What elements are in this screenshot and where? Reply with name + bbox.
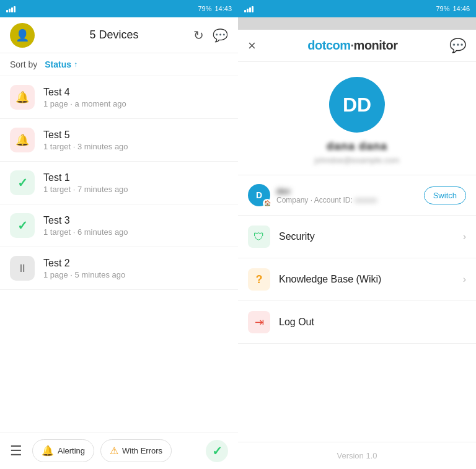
menu-list: 🛡 Security › ? Knowledge Base (Wiki) › ⇥… (238, 216, 476, 442)
bottom-bar: ☰ 🔔 Alerting ⚠ With Errors ✓ (0, 432, 238, 469)
device-name-test1: Test 1 (43, 172, 228, 183)
check-icon-2: ✓ (17, 218, 28, 233)
device-item-test2[interactable]: ⏸ Test 2 1 page · 5 minutes ago (0, 247, 238, 290)
menu-item-security[interactable]: 🛡 Security › (238, 216, 476, 258)
device-info-test2: Test 2 1 page · 5 minutes ago (43, 258, 228, 279)
right-header: × dotcom·monitor 💬 (238, 30, 476, 62)
device-item-test3[interactable]: ✓ Test 3 1 target · 6 minutes ago (0, 204, 238, 247)
refresh-button[interactable]: ↻ (193, 28, 204, 43)
device-item-test5[interactable]: 🔔 Test 5 1 target · 3 minutes ago (0, 119, 238, 162)
company-label: Company · Account ID: (276, 196, 353, 204)
security-icon: 🛡 (248, 226, 270, 248)
logout-icon: ⇥ (248, 311, 270, 333)
right-status-right: 79% 14:46 (436, 5, 470, 12)
sort-bar[interactable]: Sort by Status ↑ (0, 53, 238, 76)
account-row: D 🏠 dev Company · Account ID: ●●●●● Swit… (238, 175, 476, 216)
sort-by-label: Sort by (10, 59, 37, 69)
device-name-test2: Test 2 (43, 258, 228, 269)
bell-icon-2: 🔔 (15, 133, 29, 147)
device-list: 🔔 Test 4 1 page · a moment ago 🔔 Test 5 … (0, 76, 238, 432)
cursor-hand-icon: ☞ (30, 40, 41, 55)
device-name-test5: Test 5 (43, 129, 228, 141)
pause-icon: ⏸ (17, 262, 28, 275)
knowledge-base-chevron-icon: › (463, 274, 466, 285)
device-meta-test5: 1 target · 3 minutes ago (43, 142, 228, 151)
left-header: 👤 ☞ 5 Devices ↻ 💬 (0, 17, 238, 53)
profile-avatar: DD (329, 77, 385, 133)
sort-arrow-icon: ↑ (74, 60, 77, 69)
account-id: ●●●●● (355, 196, 377, 204)
profile-email: johndoe@example.com (315, 156, 400, 165)
with-errors-filter-button[interactable]: ⚠ With Errors (100, 439, 172, 462)
devices-title: 5 Devices (41, 28, 187, 42)
logout-label: Log Out (279, 317, 466, 328)
brand-dotcom: dotcom (307, 38, 350, 52)
warning-icon: ⚠ (110, 445, 118, 457)
device-info-test1: Test 1 1 target · 7 minutes ago (43, 172, 228, 194)
device-meta-test1: 1 target · 7 minutes ago (43, 185, 228, 194)
filter-button[interactable]: ☰ (10, 443, 22, 459)
version-text: Version 1.0 (337, 451, 377, 460)
right-battery: 79% (436, 5, 449, 12)
account-name: dev (276, 186, 418, 196)
left-status-icons (6, 5, 15, 12)
account-avatar: D 🏠 (248, 184, 270, 206)
left-battery: 79% (198, 5, 211, 12)
knowledge-base-label: Knowledge Base (Wiki) (279, 274, 454, 285)
security-label: Security (279, 231, 454, 242)
device-info-test4: Test 4 1 page · a moment ago (43, 87, 228, 108)
device-icon-test4: 🔔 (10, 85, 35, 110)
right-time: 14:46 (452, 5, 470, 12)
account-initial: D (256, 190, 262, 200)
brand-logo: dotcom·monitor (307, 38, 397, 53)
version-bar: Version 1.0 (238, 442, 476, 469)
menu-item-logout[interactable]: ⇥ Log Out (238, 301, 476, 344)
device-meta-test2: 1 page · 5 minutes ago (43, 270, 228, 279)
close-button[interactable]: × (248, 38, 256, 54)
device-item-test4[interactable]: 🔔 Test 4 1 page · a moment ago (0, 76, 238, 119)
device-icon-test5: 🔔 (10, 128, 35, 152)
check-filter-button[interactable]: ✓ (206, 440, 228, 462)
signal-icon (6, 5, 15, 12)
device-icon-test1: ✓ (10, 170, 35, 195)
left-status-right: 79% 14:43 (198, 5, 232, 12)
home-badge-icon: 🏠 (263, 199, 271, 208)
brand-monitor: monitor (354, 38, 398, 52)
device-info-test5: Test 5 1 target · 3 minutes ago (43, 129, 228, 151)
right-status-bar: 79% 14:46 (238, 0, 476, 17)
avatar-icon: 👤 (15, 28, 29, 42)
profile-name: dana dana (327, 140, 387, 153)
device-meta-test3: 1 target · 6 minutes ago (43, 227, 228, 237)
security-chevron-icon: › (463, 231, 466, 242)
account-company: Company · Account ID: ●●●●● (276, 196, 418, 204)
alerting-label: Alerting (58, 446, 85, 455)
device-meta-test4: 1 page · a moment ago (43, 99, 228, 108)
with-errors-label: With Errors (122, 446, 162, 455)
right-panel: 79% 14:46 × dotcom·monitor 💬 DD dana dan… (238, 0, 476, 469)
alerting-icon: 🔔 (42, 445, 54, 457)
device-name-test4: Test 4 (43, 87, 228, 98)
profile-section: DD dana dana johndoe@example.com (238, 62, 476, 175)
device-icon-test2: ⏸ (10, 256, 35, 281)
header-icons: ↻ 💬 (193, 28, 228, 43)
sort-value: Status (45, 59, 71, 69)
right-status-icons (244, 5, 253, 12)
check-filter-icon: ✓ (212, 444, 223, 458)
knowledge-base-icon: ? (248, 268, 270, 291)
check-icon-1: ✓ (17, 175, 28, 190)
bell-icon: 🔔 (15, 90, 29, 104)
device-info-test3: Test 3 1 target · 6 minutes ago (43, 215, 228, 237)
switch-button[interactable]: Switch (424, 186, 466, 204)
menu-item-knowledge-base[interactable]: ? Knowledge Base (Wiki) › (238, 258, 476, 301)
device-name-test3: Test 3 (43, 215, 228, 226)
chat-button[interactable]: 💬 (213, 28, 228, 43)
right-signal-icon (244, 5, 253, 12)
device-item-test1[interactable]: ✓ Test 1 1 target · 7 minutes ago (0, 162, 238, 204)
alerting-filter-button[interactable]: 🔔 Alerting (32, 439, 94, 462)
top-overlay (238, 17, 476, 30)
left-panel: 79% 14:43 👤 ☞ 5 Devices ↻ 💬 Sort by Stat… (0, 0, 238, 469)
avatar-button[interactable]: 👤 ☞ (10, 23, 35, 48)
device-icon-test3: ✓ (10, 213, 35, 238)
right-chat-button[interactable]: 💬 (449, 38, 466, 54)
account-info: dev Company · Account ID: ●●●●● (276, 186, 418, 204)
